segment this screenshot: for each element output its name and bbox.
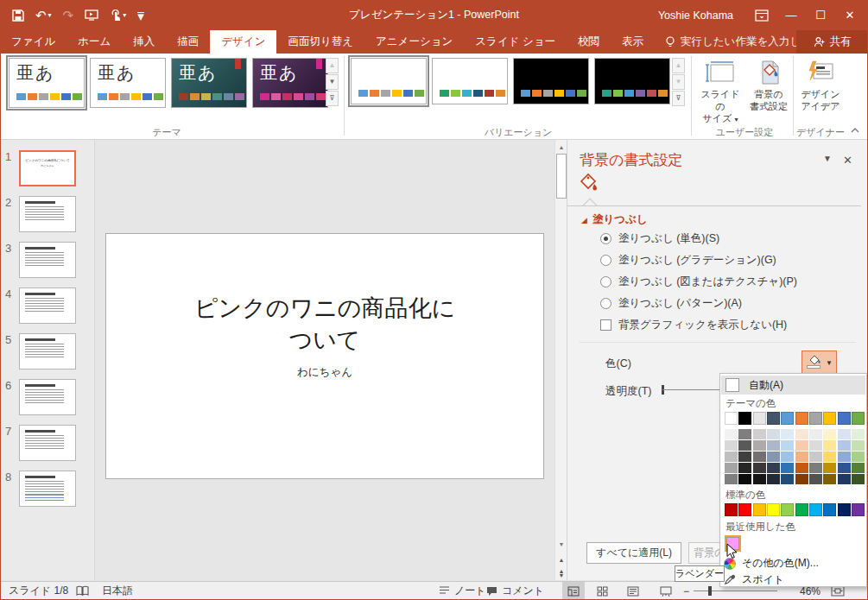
color-swatch[interactable] <box>767 440 780 451</box>
color-swatch[interactable] <box>809 412 822 425</box>
design-ideas-button[interactable]: デザインアイデア <box>796 57 845 123</box>
color-swatch[interactable] <box>809 429 822 439</box>
hide-background-checkbox[interactable]: 背景グラフィックを表示しない(H) <box>600 318 787 332</box>
color-swatch[interactable] <box>823 440 836 451</box>
color-swatch[interactable] <box>823 412 836 425</box>
color-swatch[interactable] <box>823 452 836 462</box>
tab-表示[interactable]: 表示 <box>611 30 655 54</box>
color-swatch[interactable] <box>823 503 836 516</box>
tab-ファイル[interactable]: ファイル <box>0 30 67 54</box>
fill-option-3[interactable]: 塗りつぶし (図またはテクスチャ)(P) <box>600 275 797 289</box>
color-swatch[interactable] <box>795 440 808 451</box>
tab-アニメーション[interactable]: アニメーション <box>364 30 464 54</box>
fill-section-header[interactable]: ◢塗りつぶし <box>581 212 648 227</box>
color-swatch[interactable] <box>753 429 766 439</box>
color-swatch[interactable] <box>809 440 822 451</box>
color-swatch[interactable] <box>781 463 794 473</box>
zoom-out-icon[interactable]: − <box>683 582 689 600</box>
variant-thumbnail-2[interactable] <box>432 58 508 104</box>
scrollbar-thumb[interactable] <box>556 154 567 199</box>
color-swatch[interactable] <box>795 503 808 516</box>
tab-画面切り替え[interactable]: 画面切り替え <box>276 30 364 54</box>
slide-thumbnail-preview[interactable] <box>19 287 76 324</box>
more-colors-item[interactable]: その他の色(M)... <box>724 556 865 571</box>
comments-button[interactable]: コメント <box>486 582 544 600</box>
color-swatch[interactable] <box>738 474 751 484</box>
apply-to-all-button[interactable]: すべてに適用(L) <box>586 542 681 564</box>
color-swatch[interactable] <box>781 429 794 439</box>
eyedropper-item[interactable]: スポイト <box>724 572 865 587</box>
color-swatch[interactable] <box>838 474 851 484</box>
color-swatch[interactable] <box>753 440 766 451</box>
color-swatch[interactable] <box>753 503 766 516</box>
automatic-color-item[interactable]: 自動(A) <box>721 376 865 395</box>
theme-thumbnail-2[interactable]: 亜あ <box>90 58 166 108</box>
color-swatch[interactable] <box>795 474 808 484</box>
color-swatch[interactable] <box>781 503 794 516</box>
color-swatch[interactable] <box>738 412 751 425</box>
variant-thumbnail-4[interactable] <box>594 58 670 104</box>
slide-thumbnail-preview[interactable]: ピンクのワニの商品化についてわにちゃん <box>19 150 76 186</box>
color-swatch[interactable] <box>725 463 738 473</box>
color-swatch[interactable] <box>838 503 851 516</box>
checkbox-icon[interactable] <box>600 319 611 331</box>
color-swatch[interactable] <box>725 474 738 484</box>
color-swatch[interactable] <box>738 429 751 439</box>
zoom-slider-track[interactable] <box>694 591 777 591</box>
variant-scroll-up-icon[interactable]: ▲ <box>672 58 685 73</box>
color-swatch[interactable] <box>738 463 751 473</box>
tab-デザイン[interactable]: デザイン <box>210 30 276 54</box>
color-swatch[interactable] <box>781 474 794 484</box>
color-swatch[interactable] <box>823 429 836 439</box>
color-swatch[interactable] <box>725 440 738 451</box>
slide-subtitle[interactable]: わにちゃん <box>106 365 543 380</box>
color-swatch[interactable] <box>738 503 751 516</box>
theme-thumbnail-1[interactable]: 亜あ <box>9 58 85 108</box>
color-swatch[interactable] <box>753 474 766 484</box>
color-swatch[interactable] <box>767 463 780 473</box>
color-swatch[interactable] <box>852 452 865 462</box>
vertical-scrollbar[interactable]: ▲ ▼ ▲▲ ▼▼ <box>554 140 567 580</box>
color-swatch[interactable] <box>781 440 794 451</box>
zoom-slider-handle[interactable] <box>708 586 712 596</box>
fill-option-4[interactable]: 塗りつぶし (パターン)(A) <box>600 296 742 311</box>
tab-ホーム[interactable]: ホーム <box>67 30 122 54</box>
color-swatch[interactable] <box>823 474 836 484</box>
variant-more-icon[interactable]: ⊽ <box>672 91 685 106</box>
color-swatch[interactable] <box>753 452 766 462</box>
fill-tab-icon[interactable] <box>578 173 599 193</box>
previous-slide-icon[interactable]: ▲▲ <box>556 554 567 565</box>
color-swatch[interactable] <box>795 412 808 425</box>
collapse-ribbon-icon[interactable] <box>851 128 859 133</box>
slide-thumbnail-preview[interactable] <box>19 471 76 507</box>
slide-thumbnail-preview[interactable] <box>19 242 76 278</box>
scroll-up-icon[interactable]: ▲ <box>556 142 567 153</box>
color-swatch[interactable] <box>852 440 865 451</box>
color-swatch[interactable] <box>809 463 822 473</box>
color-swatch[interactable] <box>725 452 738 462</box>
slide-thumbnail-preview[interactable] <box>19 425 76 461</box>
color-swatch[interactable] <box>725 429 738 439</box>
minimize-button[interactable]: — <box>778 3 804 28</box>
color-swatch[interactable] <box>725 503 738 516</box>
format-background-button[interactable]: 背景の書式設定 <box>744 57 793 123</box>
slideshow-view-button[interactable] <box>655 582 677 600</box>
slide-title[interactable]: ピンクのワニの商品化について <box>106 293 543 357</box>
radio-icon[interactable] <box>600 233 611 244</box>
color-swatch[interactable] <box>738 440 751 451</box>
color-swatch[interactable] <box>795 463 808 473</box>
theme-thumbnail-3[interactable]: 亜あ <box>171 58 247 108</box>
spell-check-icon[interactable] <box>76 582 89 600</box>
color-swatch[interactable] <box>809 503 822 516</box>
slide-thumbnail-preview[interactable] <box>19 333 76 369</box>
color-swatch[interactable] <box>795 429 808 439</box>
color-swatch[interactable] <box>852 463 865 473</box>
color-swatch[interactable] <box>767 474 780 484</box>
color-swatch[interactable] <box>809 452 822 462</box>
account-user-name[interactable]: Yoshie Kohama <box>658 9 733 22</box>
color-swatch[interactable] <box>781 452 794 462</box>
color-swatch[interactable] <box>852 474 865 484</box>
next-slide-icon[interactable]: ▼▼ <box>556 570 567 581</box>
color-swatch[interactable] <box>838 452 851 462</box>
radio-icon[interactable] <box>600 276 611 287</box>
